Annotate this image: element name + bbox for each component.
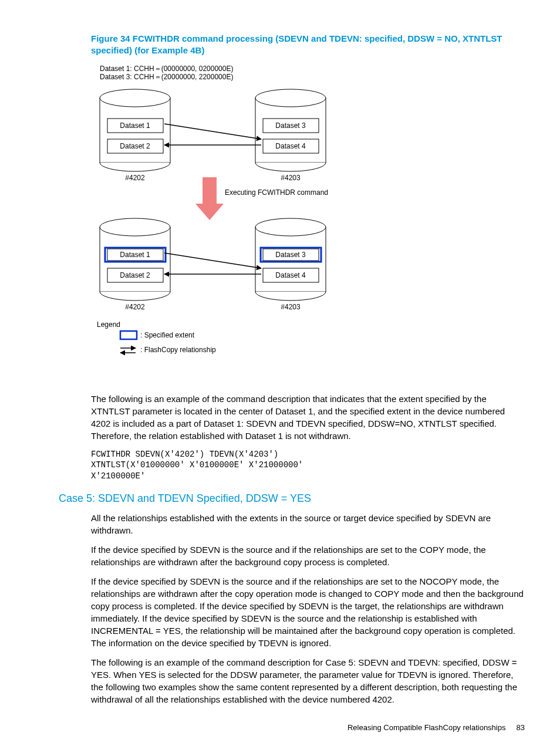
big-arrow-icon <box>195 177 224 220</box>
figure-title: Figure 34 FCWITHDR command processing (S… <box>91 33 525 57</box>
svg-text:Dataset 1: Dataset 1 <box>120 251 150 259</box>
footer-text: Releasing Compatible FlashCopy relations… <box>348 723 506 732</box>
legend-label: Legend <box>97 320 120 329</box>
svg-point-1 <box>100 89 170 107</box>
diagram-header-2: Dataset 3: CCHH＝(20000000, 2200000E) <box>100 73 233 81</box>
svg-text:Dataset 1: Dataset 1 <box>120 121 150 130</box>
paragraph-3: If the device specified by SDEVN is the … <box>91 544 525 568</box>
label-4203-top: #4203 <box>281 174 301 182</box>
label-4202-bottom: #4202 <box>125 303 145 311</box>
section-title-case5: Case 5: SDEVN and TDEVN Specified, DDSW … <box>59 492 525 505</box>
cylinder-top-left: Dataset 1 Dataset 2 <box>100 89 170 171</box>
svg-line-30 <box>164 253 261 268</box>
svg-text:Dataset 3: Dataset 3 <box>275 121 306 130</box>
svg-text:Dataset 4: Dataset 4 <box>275 271 306 279</box>
legend-relationship: : FlashCopy relationship <box>140 346 216 354</box>
svg-marker-15 <box>195 204 224 220</box>
paragraph-1: The following is an example of the comma… <box>91 393 525 442</box>
svg-text:Dataset 4: Dataset 4 <box>275 142 306 150</box>
svg-point-17 <box>100 218 170 236</box>
paragraph-4: If the device specified by SDEVN is the … <box>91 575 525 649</box>
code-block-1: FCWITHDR SDEVN(X'4202') TDEVN(X'4203') X… <box>91 449 525 482</box>
svg-point-7 <box>255 89 326 107</box>
cylinder-bottom-left: Dataset 1 Dataset 2 <box>100 218 170 301</box>
label-4202-top: #4202 <box>125 174 145 182</box>
label-4203-bottom: #4203 <box>281 303 301 311</box>
cylinder-top-right: Dataset 3 Dataset 4 <box>255 89 326 171</box>
diagram-header-1: Dataset 1: CCHH＝(00000000, 0200000E) <box>100 65 233 73</box>
page-number: 83 <box>517 723 525 732</box>
diagram-container: Dataset 1: CCHH＝(00000000, 0200000E) Dat… <box>91 63 373 386</box>
cylinder-bottom-right: Dataset 3 Dataset 4 <box>255 218 326 301</box>
svg-rect-32 <box>120 331 137 339</box>
paragraph-5: The following is an example of the comma… <box>91 656 525 706</box>
svg-text:Dataset 3: Dataset 3 <box>275 251 306 259</box>
svg-line-12 <box>164 124 261 139</box>
legend-extent: : Specified extent <box>140 331 195 339</box>
svg-text:Dataset 2: Dataset 2 <box>120 142 150 150</box>
svg-point-24 <box>255 218 326 236</box>
executing-label: Executing FCWITHDR command <box>225 188 328 197</box>
svg-rect-14 <box>203 177 217 204</box>
page-footer: Releasing Compatible FlashCopy relations… <box>59 723 525 732</box>
svg-text:Dataset 2: Dataset 2 <box>120 271 150 279</box>
paragraph-2: All the relationships established with t… <box>91 512 525 536</box>
